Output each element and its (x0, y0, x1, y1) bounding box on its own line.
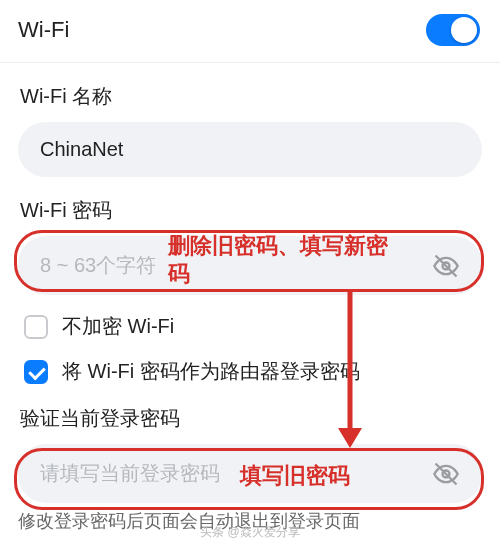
verify-password-input[interactable]: 请填写当前登录密码 (18, 444, 482, 503)
eye-off-icon[interactable] (432, 252, 460, 280)
use-as-login-row[interactable]: 将 Wi-Fi 密码作为路由器登录密码 (24, 358, 482, 385)
verify-label: 验证当前登录密码 (20, 405, 482, 432)
wifi-password-input[interactable]: 8 ~ 63个字符 (18, 236, 482, 295)
wifi-name-value: ChinaNet (40, 138, 123, 161)
use-as-login-checkbox[interactable] (24, 360, 48, 384)
no-encrypt-checkbox[interactable] (24, 315, 48, 339)
wifi-password-placeholder: 8 ~ 63个字符 (40, 252, 156, 279)
page-title: Wi-Fi (18, 17, 69, 43)
wifi-name-input[interactable]: ChinaNet (18, 122, 482, 177)
watermark: 头条 @焱火爱分享 (200, 524, 300, 541)
wifi-name-label: Wi-Fi 名称 (20, 83, 482, 110)
use-as-login-label: 将 Wi-Fi 密码作为路由器登录密码 (62, 358, 360, 385)
verify-placeholder: 请填写当前登录密码 (40, 460, 220, 487)
wifi-toggle[interactable] (426, 14, 480, 46)
wifi-password-label: Wi-Fi 密码 (20, 197, 482, 224)
no-encrypt-label: 不加密 Wi-Fi (62, 313, 174, 340)
eye-off-icon[interactable] (432, 460, 460, 488)
no-encrypt-row[interactable]: 不加密 Wi-Fi (24, 313, 482, 340)
